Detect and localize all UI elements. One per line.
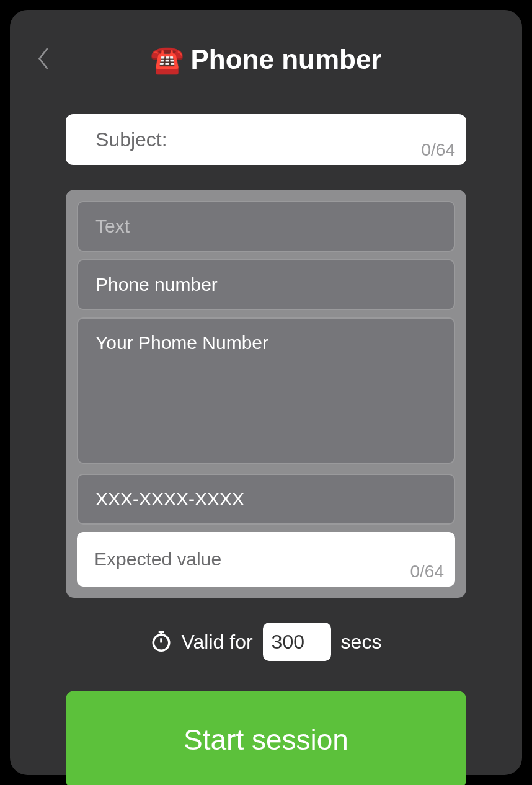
start-session-button[interactable]: Start session	[66, 691, 466, 785]
subject-counter: 0/64	[422, 140, 456, 160]
header: ☎️ Phone number	[35, 35, 497, 84]
format-field[interactable]	[77, 474, 455, 525]
phone-label-field[interactable]	[77, 259, 455, 310]
phone-icon: ☎️	[150, 43, 184, 76]
expected-value-input[interactable]	[77, 532, 455, 587]
page-title: ☎️ Phone number	[150, 43, 381, 76]
valid-for-input[interactable]	[263, 623, 331, 661]
phone-description-field[interactable]: Your Phome Number	[77, 317, 455, 464]
subject-input[interactable]	[66, 114, 466, 165]
page-title-text: Phone number	[190, 44, 381, 75]
content: 0/64 Your Phome Number 0/64 Valid for se…	[35, 114, 497, 785]
field-group: Your Phome Number 0/64	[66, 190, 466, 598]
valid-for-unit: secs	[341, 631, 382, 654]
expected-row: 0/64	[77, 532, 455, 587]
timer-icon	[151, 631, 172, 652]
back-button[interactable]	[32, 42, 56, 78]
expected-counter: 0/64	[410, 562, 445, 582]
text-field[interactable]	[77, 201, 455, 252]
subject-row: 0/64	[66, 114, 466, 165]
chevron-left-icon	[37, 47, 51, 71]
modal-card: ☎️ Phone number 0/64 Your Phome Number 0…	[10, 10, 522, 775]
valid-for-label: Valid for	[182, 631, 253, 654]
valid-for-row: Valid for secs	[66, 623, 466, 661]
